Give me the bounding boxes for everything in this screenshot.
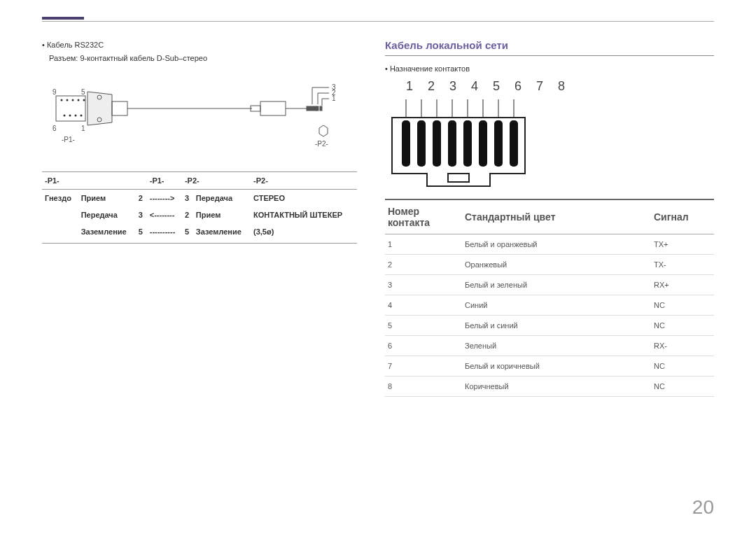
cell: 2 (136, 190, 147, 207)
cell: Белый и зеленый (462, 274, 651, 295)
lan-heading: Кабель локальной сети (385, 39, 714, 56)
svg-rect-27 (448, 174, 469, 182)
th-pin-number: Номер контакта (385, 199, 462, 234)
svg-point-11 (80, 115, 83, 117)
cell: Гнездо (42, 190, 78, 207)
page-number: 20 (692, 496, 714, 519)
svg-marker-20 (319, 125, 328, 136)
svg-point-10 (75, 115, 77, 117)
cell: TX+ (651, 234, 714, 254)
cell: 4 (385, 295, 462, 315)
cell: 5 (136, 223, 147, 244)
svg-rect-39 (448, 120, 456, 167)
svg-point-5 (72, 99, 74, 101)
cell: 2 (385, 254, 462, 274)
fig-jack-1: 1 (332, 94, 336, 102)
svg-point-4 (66, 99, 69, 101)
th-p2: -P2- (182, 172, 251, 190)
cell: 2 (182, 206, 193, 223)
cell: Белый и оранжевый (462, 234, 651, 254)
rj45-pin-numbers: 1 2 3 4 5 6 7 8 (406, 79, 714, 94)
cell: NC (651, 376, 714, 396)
cell: <-------- (147, 206, 182, 223)
table-row: 3Белый и зеленыйRX+ (385, 274, 714, 295)
cell: СТЕРЕО (251, 190, 357, 207)
chapter-bar (42, 17, 84, 20)
svg-rect-41 (479, 120, 487, 167)
cell: Синий (462, 295, 651, 315)
table-row: 5Белый и синийNC (385, 315, 714, 335)
cell: NC (651, 295, 714, 315)
svg-rect-14 (251, 106, 260, 111)
th-p1: -P1- (42, 172, 147, 190)
svg-point-6 (78, 99, 80, 101)
cell: Заземление (193, 223, 251, 244)
fig-label-p2: -P2- (315, 140, 328, 148)
svg-point-8 (64, 115, 66, 117)
svg-point-3 (61, 99, 63, 101)
right-column: Кабель локальной сети Назначение контакт… (385, 22, 714, 397)
svg-rect-36 (402, 120, 410, 167)
th-p2b: -P2- (251, 172, 357, 190)
th-color: Стандартный цвет (462, 199, 651, 234)
table-row: Заземление 5 ---------- 5 Заземление (3,… (42, 223, 357, 244)
pin-assignment-label: Назначение контактов (385, 63, 714, 75)
cell: 5 (385, 315, 462, 335)
table-row: 2ОранжевыйTX- (385, 254, 714, 274)
cell: Передача (193, 190, 251, 207)
table-row: Гнездо Прием 2 --------> 3 Передача СТЕР… (42, 190, 357, 207)
cell: Заземление (78, 223, 136, 244)
table-row: 4СинийNC (385, 295, 714, 315)
svg-rect-15 (260, 101, 286, 115)
svg-rect-42 (494, 120, 503, 167)
cell: Коричневый (462, 376, 651, 396)
th-p1b: -P1- (147, 172, 182, 190)
cell: NC (651, 356, 714, 376)
fig-label-9: 9 (52, 88, 57, 96)
page-body: Кабель RS232C Разъем: 9-контактный кабел… (0, 0, 756, 397)
fig-label-6: 6 (52, 125, 57, 132)
header-rule (42, 21, 714, 22)
rs232-cable-figure: 9 5 6 1 -P1- 3 2 1 -P2- (42, 73, 357, 164)
svg-rect-12 (112, 101, 127, 115)
table-row: Передача 3 <-------- 2 Прием КОНТАКТНЫЙ … (42, 206, 357, 223)
cable-title: Кабель RS232C (42, 39, 357, 51)
cell: Зеленый (462, 335, 651, 356)
cell: 7 (385, 356, 462, 376)
th-signal: Сигнал (651, 199, 714, 234)
cell: (3,5ø) (251, 223, 357, 244)
fig-label-5: 5 (81, 88, 85, 96)
cell: 3 (385, 274, 462, 295)
cell: Передача (78, 206, 136, 223)
cell: --------> (147, 190, 182, 207)
cell: Белый и синий (462, 315, 651, 335)
cell: Прием (78, 190, 136, 207)
svg-rect-18 (316, 106, 318, 111)
svg-rect-40 (463, 120, 472, 167)
svg-point-9 (69, 115, 71, 117)
svg-rect-43 (510, 120, 518, 167)
svg-rect-37 (417, 120, 426, 167)
svg-rect-0 (56, 96, 85, 121)
left-column: Кабель RS232C Разъем: 9-контактный кабел… (42, 22, 357, 397)
cell: 8 (385, 376, 462, 396)
cell: 5 (182, 223, 193, 244)
table-row: 7Белый и коричневыйNC (385, 356, 714, 376)
rj45-figure: 1 2 3 4 5 6 7 8 (385, 79, 714, 190)
cell: NC (651, 315, 714, 335)
rs232-pin-table: -P1- -P1- -P2- -P2- Гнездо Прием 2 -----… (42, 171, 357, 244)
svg-rect-19 (320, 106, 322, 111)
svg-point-7 (83, 99, 85, 101)
cell: 6 (385, 335, 462, 356)
table-row: 8КоричневыйNC (385, 376, 714, 396)
cell: TX- (651, 254, 714, 274)
table-row: 6ЗеленыйRX- (385, 335, 714, 356)
cell: Оранжевый (462, 254, 651, 274)
cell: 1 (385, 234, 462, 254)
cell: Белый и коричневый (462, 356, 651, 376)
fig-label-p1: -P1- (62, 136, 75, 143)
cell: RX+ (651, 274, 714, 295)
cell: Прием (193, 206, 251, 223)
svg-rect-38 (433, 120, 441, 167)
cell: 3 (136, 206, 147, 223)
